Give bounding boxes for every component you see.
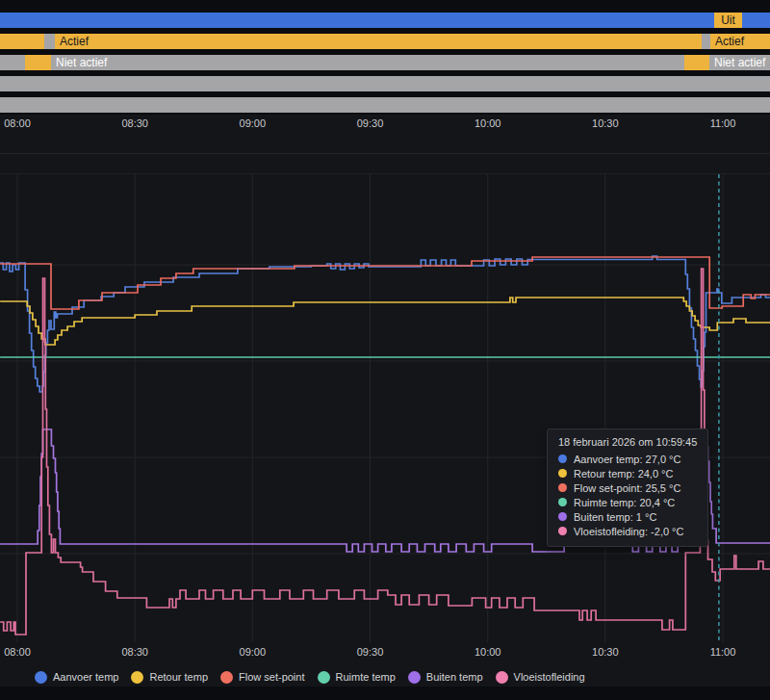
time-axis-label: 09:00 <box>240 117 267 129</box>
time-axis-label: 10:30 <box>592 117 619 129</box>
series-color-dot-icon <box>558 498 567 506</box>
legend-item-label: Ruimte temp <box>336 671 396 683</box>
series-color-dot-icon <box>558 527 567 535</box>
time-axis-label: 09:00 <box>240 646 267 658</box>
state-segment <box>702 34 710 49</box>
state-segment <box>684 55 709 70</box>
legend-color-dot-icon <box>496 671 508 684</box>
legend-color-dot-icon <box>408 671 421 684</box>
state-segment <box>742 13 770 28</box>
time-axis-label: 09:30 <box>357 117 384 129</box>
state-segment: Actief <box>55 34 702 49</box>
time-axis-label: 08:00 <box>4 646 31 658</box>
state-segment <box>0 55 25 70</box>
legend-color-dot-icon <box>220 671 233 684</box>
series-color-dot-icon <box>558 483 567 492</box>
state-label: Actief <box>710 34 744 49</box>
time-axis-label: 10:00 <box>475 646 501 658</box>
legend-item-aanvoer-temp[interactable]: Aanvoer temp <box>35 671 118 684</box>
tooltip-row: Buiten temp: 1 °C <box>558 509 697 524</box>
tooltip-row-text: Aanvoer temp: 27,0 °C <box>574 454 680 465</box>
legend-item-label: Vloeistofleiding <box>514 671 585 683</box>
tooltip-rows: Aanvoer temp: 27,0 °CRetour temp: 24,0 °… <box>558 452 697 538</box>
chart-legend: Aanvoer tempRetour tempFlow set-pointRui… <box>35 669 585 685</box>
state-timeline-row: ActiefActief <box>0 34 770 49</box>
hover-tooltip: 18 februari 2026 om 10:59:45 Aanvoer tem… <box>547 428 708 547</box>
state-segment <box>0 76 770 91</box>
series-color-dot-icon <box>558 454 567 463</box>
tooltip-row: Aanvoer temp: 27,0 °C <box>558 452 697 466</box>
state-timeline-row: Niet actiefNiet actief <box>0 55 770 70</box>
plot-area[interactable]: 18 februari 2026 om 10:59:45 Aanvoer tem… <box>0 173 770 642</box>
panel-divider <box>0 153 770 154</box>
tooltip-title: 18 februari 2026 om 10:59:45 <box>558 436 697 448</box>
tooltip-row: Vloeistofleiding: -2,0 °C <box>558 524 697 538</box>
legend-color-dot-icon <box>131 671 143 684</box>
state-timeline-row: Uit <box>0 13 770 28</box>
panel-bottom-gap <box>0 687 770 700</box>
legend-item-flow-set-point[interactable]: Flow set-point <box>220 671 304 684</box>
tooltip-row: Flow set-point: 25,5 °C <box>558 480 697 495</box>
time-axis-label: 10:00 <box>475 117 501 129</box>
tooltip-row: Ruimte temp: 20,4 °C <box>558 495 697 509</box>
legend-item-label: Buiten temp <box>426 671 483 683</box>
legend-color-dot-icon <box>318 671 330 684</box>
state-label: Uit <box>721 13 735 28</box>
state-timeline-row <box>0 97 770 113</box>
state-segment: Niet actief <box>709 55 770 70</box>
tooltip-row-text: Ruimte temp: 20,4 °C <box>574 497 675 508</box>
state-segment: Niet actief <box>51 55 684 70</box>
legend-item-retour-temp[interactable]: Retour temp <box>131 671 208 684</box>
legend-item-label: Flow set-point <box>239 671 304 683</box>
series-line-aanvoer-temp <box>0 256 770 392</box>
state-timeline-row <box>0 76 770 91</box>
time-axis-label: 08:30 <box>121 646 148 658</box>
state-label: Actief <box>55 34 89 49</box>
time-axis-label: 10:30 <box>592 646 619 658</box>
legend-item-label: Aanvoer temp <box>53 671 118 683</box>
state-segment <box>44 34 55 49</box>
tooltip-row-text: Vloeistofleiding: -2,0 °C <box>574 526 683 537</box>
legend-item-ruimte-temp[interactable]: Ruimte temp <box>318 671 396 684</box>
time-axis-label: 11:00 <box>710 646 736 658</box>
state-segment <box>0 97 770 113</box>
state-segment <box>0 34 44 49</box>
state-timeline-rows: UitActiefActiefNiet actiefNiet actief <box>0 0 770 115</box>
state-timeline-time-axis: 08:0008:3009:0009:3010:0010:3011:00 <box>0 117 770 133</box>
series-line-retour-temp <box>0 298 770 345</box>
state-segment <box>25 55 51 70</box>
series-color-dot-icon <box>558 512 567 521</box>
timeseries-chart <box>0 174 770 642</box>
state-label: Niet actief <box>709 55 765 70</box>
time-axis-label: 09:30 <box>357 646 384 658</box>
tooltip-row-text: Buiten temp: 1 °C <box>574 511 656 523</box>
state-segment: Actief <box>710 34 770 49</box>
time-axis-label: 08:00 <box>4 117 31 129</box>
legend-item-vloeistofleiding[interactable]: Vloeistofleiding <box>496 671 585 684</box>
time-axis-label: 11:00 <box>710 117 736 129</box>
legend-color-dot-icon <box>35 671 47 684</box>
legend-item-label: Retour temp <box>149 671 208 683</box>
tooltip-row-text: Flow set-point: 25,5 °C <box>574 482 680 494</box>
state-label: Niet actief <box>51 55 107 70</box>
time-axis-label: 08:30 <box>121 117 148 129</box>
tooltip-row-text: Retour temp: 24,0 °C <box>574 468 673 480</box>
tooltip-row: Retour temp: 24,0 °C <box>558 466 697 480</box>
state-segment: Uit <box>714 13 742 28</box>
state-segment <box>0 13 714 28</box>
chart-time-axis: 08:0008:3009:0009:3010:0010:3011:00 <box>0 646 770 660</box>
legend-item-buiten-temp[interactable]: Buiten temp <box>408 671 483 684</box>
series-color-dot-icon <box>558 469 567 478</box>
